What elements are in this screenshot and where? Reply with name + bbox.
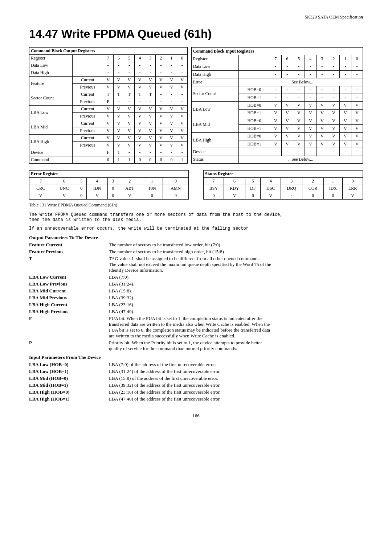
table-cell: LBA High (191, 132, 239, 148)
table-cell: - (328, 63, 339, 70)
table-spacer (192, 170, 200, 200)
table-cell: - (166, 62, 177, 69)
table-cell: - (135, 62, 145, 69)
table-cell: UNC (52, 185, 76, 192)
table-cell: - (293, 148, 305, 156)
table-cell: - (145, 98, 156, 106)
table-cell: V (270, 117, 281, 124)
table-cell: V (305, 109, 316, 117)
table-cell: 0 (302, 192, 323, 200)
table-cell: - (103, 62, 113, 69)
table-cell: V (339, 132, 351, 140)
table-cell: V (339, 117, 351, 124)
table-cell: DRQ (281, 185, 302, 192)
table-cell: 3 (316, 55, 328, 63)
table-cell: 6 (52, 178, 76, 185)
param-label: LBA Low Current (29, 274, 109, 280)
table-cell: V (177, 120, 187, 127)
table-cell: - (177, 69, 187, 77)
table-cell: V (124, 135, 134, 142)
param-label: Feature Previous (29, 249, 109, 255)
table-cell: - (177, 62, 187, 69)
table-cell: 0 (156, 156, 166, 164)
table-cell: V (351, 140, 363, 148)
table-cell: 0 (163, 192, 188, 200)
table-cell: V (293, 132, 305, 140)
param-value: LBA (7:0). (109, 274, 363, 280)
table-cell: Current (72, 135, 103, 142)
table-cell: - (281, 192, 302, 200)
table-cell: Previous (72, 84, 103, 91)
table-cell: V (118, 192, 141, 200)
table-cell: V (156, 106, 166, 113)
table-cell: 1 (166, 55, 177, 62)
param-value: LBA (31:24) of the address of the first … (109, 369, 363, 374)
table-cell: V (124, 127, 134, 135)
param-row: LBA High Previous LBA (47:40). (29, 309, 363, 315)
table-cell: 6 (281, 55, 293, 63)
table-cell: V (293, 102, 305, 109)
table-cell: HOB=0 (239, 117, 270, 124)
table-cell: 2 (118, 178, 141, 185)
table-cell: V (156, 113, 166, 120)
table-cell: T (124, 91, 134, 98)
main-tables-container: Command Block Output Registers Register … (29, 47, 363, 164)
table-cell: V (281, 102, 293, 109)
table-cell: - (177, 91, 187, 98)
output-table-header: Command Block Output Registers (29, 48, 188, 55)
table-cell: Status (191, 156, 239, 163)
table-cell: V (135, 142, 145, 149)
table-cell: Current (72, 91, 103, 98)
table-cell: 1 (113, 156, 124, 164)
table-cell: RDY (224, 185, 245, 192)
table-cell: V (351, 125, 363, 132)
table-cell: - (316, 63, 328, 70)
table-cell: - (145, 62, 156, 69)
table-cell: Register (191, 55, 239, 63)
table-cell: - (124, 98, 134, 106)
table-cell: 7 (203, 178, 224, 185)
table-cell: V (113, 106, 124, 113)
table-cell: V (113, 77, 124, 84)
table-cell: Data High (191, 70, 239, 78)
param-row: F FUA bit. When the FUA bit is set to 1,… (29, 316, 363, 339)
page-number: 166 (29, 413, 363, 419)
table-cell: V (103, 77, 113, 84)
table-cell: 1 (113, 149, 124, 156)
table-cell: Previous (72, 127, 103, 135)
table-cell: V (328, 109, 339, 117)
table-cell: V (156, 127, 166, 135)
table-cell: V (305, 140, 316, 148)
table-cell: V (281, 117, 293, 124)
table-cell: HOB=0 (239, 86, 270, 94)
table-cell: - (281, 86, 293, 94)
table-cell: V (135, 84, 145, 91)
table-cell: V (156, 77, 166, 84)
param-value: The number of sectors to be transferred … (109, 249, 363, 255)
param-row: LBA Low Current LBA (7:0). (29, 274, 363, 280)
table-cell: V (113, 127, 124, 135)
table-cell: V (166, 135, 177, 142)
table-cell: - (293, 63, 305, 70)
error-register-table: Error Register 7 6 5 4 3 2 1 0 CRC UNC 0… (29, 170, 189, 200)
table-cell: 1 (323, 178, 342, 185)
table-cell: V (103, 135, 113, 142)
table-cell: V (328, 125, 339, 132)
param-value: TAG value. It shall be assigned to be di… (109, 256, 363, 273)
table-cell: V (316, 109, 328, 117)
table-cell: V (135, 77, 145, 84)
table-cell: Device (29, 149, 73, 156)
document-title: 5K320 SATA OEM Specification (305, 15, 363, 20)
table-cell: - (270, 94, 281, 101)
table-cell: V (351, 102, 363, 109)
table-cell: V (261, 192, 281, 200)
table-cell: 0 (163, 178, 188, 185)
table-cell: - (156, 149, 166, 156)
table-cell: V (156, 135, 166, 142)
table-cell: IDN (87, 185, 108, 192)
param-row: P Priority bit. When the Priority bit is… (29, 340, 363, 352)
table-cell: - (270, 148, 281, 156)
table-cell: V (103, 127, 113, 135)
table-cell: V (339, 125, 351, 132)
table-cell: ABT (118, 185, 141, 192)
